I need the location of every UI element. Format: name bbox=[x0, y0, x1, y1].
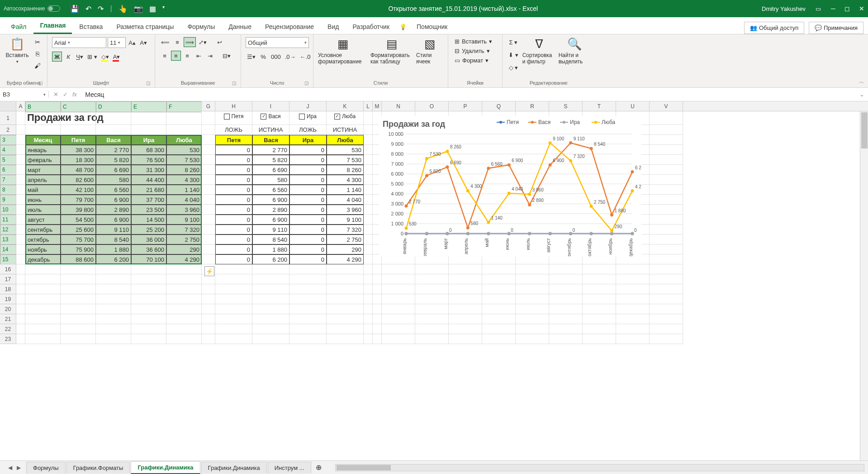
row-header[interactable]: 19 bbox=[0, 294, 16, 304]
cell[interactable] bbox=[202, 175, 215, 185]
column-header[interactable]: R bbox=[516, 101, 549, 111]
cell[interactable]: 9 100 bbox=[327, 215, 364, 225]
save-icon[interactable]: 💾 bbox=[70, 5, 79, 13]
cell[interactable] bbox=[482, 334, 516, 344]
row-header[interactable]: 23 bbox=[0, 334, 16, 344]
cell[interactable] bbox=[616, 284, 650, 294]
cell[interactable]: 580 bbox=[96, 175, 131, 185]
cell[interactable] bbox=[449, 304, 482, 314]
cell[interactable] bbox=[96, 284, 131, 294]
cell[interactable] bbox=[131, 274, 166, 284]
cell[interactable] bbox=[16, 135, 25, 145]
cell[interactable]: 8 540 bbox=[96, 235, 131, 244]
cell[interactable] bbox=[61, 274, 96, 284]
cell[interactable]: 0 bbox=[215, 215, 252, 225]
cell[interactable] bbox=[364, 244, 373, 254]
align-top-icon[interactable]: ⟸ bbox=[160, 37, 171, 47]
column-header[interactable]: F bbox=[166, 101, 202, 112]
cell[interactable]: 38 300 bbox=[61, 145, 96, 155]
tab-insert[interactable]: Вставка bbox=[73, 19, 109, 34]
cell[interactable]: май bbox=[25, 185, 61, 195]
cell[interactable] bbox=[327, 314, 364, 324]
cell[interactable] bbox=[202, 244, 215, 254]
cell[interactable] bbox=[61, 314, 96, 324]
cell[interactable] bbox=[650, 135, 683, 145]
cell[interactable] bbox=[16, 244, 25, 254]
fill-color-button[interactable]: ◇ ▾ bbox=[100, 52, 110, 62]
cell[interactable]: 36 600 bbox=[131, 244, 166, 254]
cell[interactable] bbox=[650, 294, 683, 304]
cell[interactable] bbox=[327, 264, 364, 274]
cell[interactable]: 0 bbox=[215, 145, 252, 155]
cell[interactable] bbox=[16, 314, 25, 324]
cell[interactable]: 0 bbox=[289, 205, 327, 215]
sheet-tab-active[interactable]: Графики.Динамика bbox=[131, 461, 200, 474]
row-header[interactable]: 5 bbox=[0, 155, 16, 165]
cell[interactable] bbox=[289, 334, 327, 344]
row-header[interactable]: 4 bbox=[0, 145, 16, 155]
cell[interactable] bbox=[382, 324, 415, 334]
cell[interactable] bbox=[650, 215, 683, 225]
tab-data[interactable]: Данные bbox=[222, 19, 258, 34]
cell[interactable] bbox=[61, 125, 96, 135]
cell[interactable] bbox=[549, 324, 583, 334]
column-header[interactable]: P bbox=[449, 101, 482, 111]
cell[interactable] bbox=[583, 334, 616, 344]
column-header[interactable]: E bbox=[131, 101, 166, 112]
cell[interactable] bbox=[252, 314, 289, 324]
cell[interactable] bbox=[373, 274, 382, 284]
cell[interactable] bbox=[215, 324, 252, 334]
cell[interactable]: 3 960 bbox=[166, 205, 202, 215]
cell[interactable] bbox=[215, 314, 252, 324]
cell[interactable]: 4 040 bbox=[166, 195, 202, 205]
close-icon[interactable]: ✕ bbox=[859, 5, 864, 12]
cell[interactable] bbox=[650, 155, 683, 165]
alignment-dialog-icon[interactable]: ◲ bbox=[232, 81, 236, 86]
sheet-tab[interactable]: Графики.Форматы bbox=[66, 462, 130, 474]
cell[interactable] bbox=[25, 274, 61, 284]
format-as-table-button[interactable]: ▤Форматировать как таблицу bbox=[370, 37, 413, 65]
column-header[interactable]: O bbox=[415, 101, 449, 111]
cell[interactable] bbox=[289, 264, 327, 274]
column-header[interactable]: B bbox=[25, 101, 61, 112]
cell[interactable] bbox=[16, 304, 25, 314]
touch-mode-icon[interactable]: 👆 bbox=[119, 5, 128, 13]
cell[interactable] bbox=[616, 274, 650, 284]
cell[interactable] bbox=[96, 125, 131, 135]
cell[interactable] bbox=[202, 205, 215, 215]
cell[interactable]: Петя bbox=[61, 135, 96, 145]
cell[interactable] bbox=[16, 225, 25, 235]
cell[interactable] bbox=[373, 334, 382, 344]
cell[interactable]: 0 bbox=[289, 155, 327, 165]
cell[interactable] bbox=[16, 235, 25, 244]
cell[interactable] bbox=[650, 324, 683, 334]
cell[interactable]: 82 600 bbox=[61, 175, 96, 185]
cell[interactable] bbox=[202, 185, 215, 195]
cell[interactable]: 7 320 bbox=[327, 225, 364, 235]
row-header[interactable]: 20 bbox=[0, 304, 16, 314]
cell[interactable] bbox=[166, 294, 202, 304]
cell[interactable]: 0 bbox=[289, 175, 327, 185]
cell[interactable]: Месяц bbox=[25, 135, 61, 145]
cut-icon[interactable]: ✂ bbox=[33, 37, 43, 47]
cell[interactable] bbox=[382, 334, 415, 344]
format-painter-icon[interactable]: 🖌 bbox=[33, 61, 43, 71]
cell[interactable]: август bbox=[25, 215, 61, 225]
increase-decimal-icon[interactable]: .0→ bbox=[284, 52, 297, 62]
cell[interactable] bbox=[16, 284, 25, 294]
cell[interactable] bbox=[516, 304, 549, 314]
cell[interactable] bbox=[650, 314, 683, 324]
cell[interactable] bbox=[96, 264, 131, 274]
cell[interactable]: 1 880 bbox=[252, 244, 289, 254]
cell[interactable] bbox=[364, 135, 373, 145]
cancel-formula-icon[interactable]: ✕ bbox=[53, 91, 58, 98]
column-header[interactable]: K bbox=[327, 101, 364, 111]
tab-formulas[interactable]: Формулы bbox=[181, 19, 221, 34]
cell[interactable] bbox=[202, 324, 215, 334]
cell[interactable]: 2 750 bbox=[327, 235, 364, 244]
cell[interactable]: апрель bbox=[25, 175, 61, 185]
cell[interactable] bbox=[61, 111, 96, 125]
add-sheet-button[interactable]: ⊕ bbox=[312, 463, 325, 472]
cell[interactable] bbox=[482, 324, 516, 334]
clipboard-dialog-icon[interactable]: ◲ bbox=[38, 81, 43, 86]
